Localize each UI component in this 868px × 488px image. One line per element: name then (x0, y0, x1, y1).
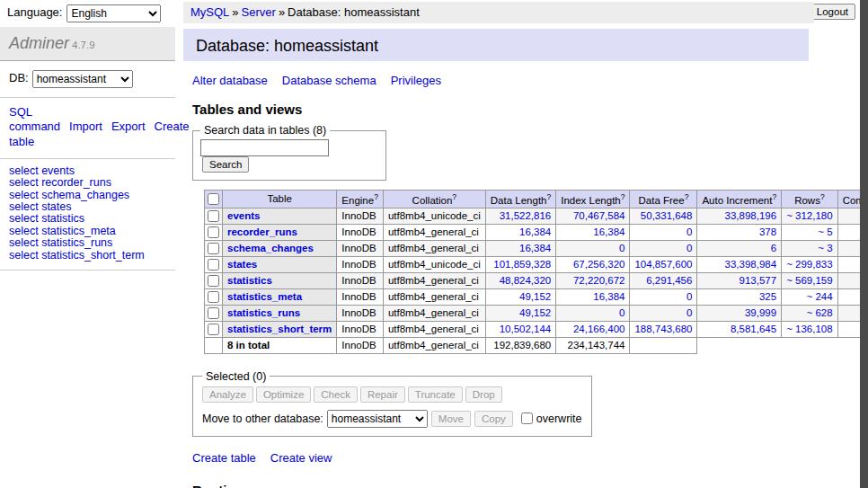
table-name-link[interactable]: statistics_short_term (227, 324, 332, 334)
data-length-link[interactable]: 16,384 (519, 243, 551, 253)
row-checkbox[interactable] (208, 243, 219, 254)
index-length-link[interactable]: 16,384 (593, 226, 624, 237)
index-length-link[interactable]: 67,256,320 (573, 259, 625, 270)
move-button[interactable]: Move (431, 411, 471, 427)
table-name-link[interactable]: states (227, 259, 257, 270)
create-link-create-view[interactable]: Create view (270, 451, 332, 465)
table-name-link[interactable]: schema_changes (227, 243, 314, 253)
create-link-create-table[interactable]: Create table (192, 451, 256, 465)
search-button[interactable]: Search (202, 156, 249, 173)
rows-count-link[interactable]: ~ 569,159 (786, 275, 832, 286)
doc-hint-icon[interactable]: ? (685, 192, 689, 201)
sidebar-table-link-select-statistics-runs[interactable]: select statistics_runs (9, 237, 175, 249)
row-checkbox[interactable] (208, 307, 219, 319)
drop-button[interactable]: Drop (465, 386, 502, 403)
data-free-link[interactable]: 0 (686, 243, 692, 253)
data-free-link[interactable]: 104,857,600 (634, 259, 692, 270)
auto-increment-link[interactable]: 378 (759, 226, 776, 237)
sidebar-table-link-select-recorder-runs[interactable]: select recorder_runs (9, 177, 175, 189)
scrollbar-thumb[interactable] (860, 0, 868, 488)
app-name-link[interactable]: Adminer (9, 34, 69, 52)
doc-hint-icon[interactable]: ? (772, 192, 776, 201)
db-select[interactable]: homeassistant (32, 70, 133, 88)
index-length-link[interactable]: 0 (619, 307, 624, 318)
overwrite-checkbox[interactable] (521, 413, 533, 424)
rows-count-link[interactable]: ~ 136,108 (786, 324, 832, 334)
move-db-select[interactable]: homeassistant (327, 410, 428, 428)
sidebar-table-link-select-statistics-meta[interactable]: select statistics_meta (9, 226, 175, 237)
analyze-button[interactable]: Analyze (202, 386, 253, 403)
sidebar-link-import[interactable]: Import (69, 120, 102, 133)
data-length-link[interactable]: 10,502,144 (500, 324, 552, 334)
search-input[interactable] (200, 139, 329, 156)
auto-increment-link[interactable]: 39,999 (745, 307, 776, 318)
data-free-link[interactable]: 0 (686, 226, 692, 237)
auto-increment-link[interactable]: 6 (771, 243, 776, 253)
index-length-link[interactable]: 72,220,672 (573, 275, 625, 286)
doc-hint-icon[interactable]: ? (546, 192, 551, 201)
doc-hint-icon[interactable]: ? (820, 192, 825, 201)
repair-button[interactable]: Repair (360, 386, 405, 403)
rows-count-link[interactable]: ~ 5 (818, 226, 832, 237)
index-length-link[interactable]: 24,166,400 (573, 324, 625, 334)
table-name-link[interactable]: statistics (227, 275, 272, 286)
table-name-link[interactable]: recorder_runs (227, 226, 297, 237)
auto-increment-link[interactable]: 325 (759, 291, 776, 302)
row-checkbox[interactable] (208, 259, 219, 271)
index-length-link[interactable]: 0 (619, 243, 624, 253)
data-length-link[interactable]: 49,152 (519, 307, 551, 318)
table-name-link[interactable]: events (227, 210, 260, 221)
data-length-link[interactable]: 101,859,328 (493, 259, 551, 270)
sidebar-table-link-select-events[interactable]: select events (9, 165, 175, 177)
action-link-alter-database[interactable]: Alter database (192, 74, 268, 87)
table-name-link[interactable]: statistics_meta (227, 291, 302, 302)
auto-increment-link[interactable]: 913,577 (740, 275, 777, 286)
breadcrumb-link-server[interactable]: Server (242, 5, 276, 19)
doc-hint-icon[interactable]: ? (374, 192, 378, 201)
auto-increment-link[interactable]: 8,581,645 (731, 324, 776, 334)
data-free-link[interactable]: 0 (686, 307, 692, 318)
row-checkbox[interactable] (208, 210, 219, 222)
truncate-button[interactable]: Truncate (408, 386, 463, 403)
sidebar-table-link-select-statistics-short-term[interactable]: select statistics_short_term (9, 250, 175, 262)
row-checkbox[interactable] (208, 291, 219, 303)
select-all-checkbox[interactable] (208, 193, 219, 205)
data-free-link[interactable]: 188,743,680 (634, 324, 692, 334)
data-length-link[interactable]: 31,522,816 (500, 210, 552, 221)
data-free-link[interactable]: 6,291,456 (646, 275, 692, 286)
rows-count-link[interactable]: ~ 312,180 (786, 210, 832, 221)
action-link-privileges[interactable]: Privileges (391, 74, 441, 87)
tables-table: TableEngine?Collation?Data Length?Index … (204, 190, 868, 354)
action-link-database-schema[interactable]: Database schema (282, 74, 376, 87)
rows-count-link[interactable]: ~ 3 (818, 243, 832, 253)
rows-count-link[interactable]: ~ 299,833 (786, 259, 832, 270)
sidebar-table-link-select-schema-changes[interactable]: select schema_changes (9, 190, 175, 201)
data-free-link[interactable]: 0 (686, 291, 692, 302)
copy-button[interactable]: Copy (474, 411, 513, 427)
table-name-link[interactable]: statistics_runs (227, 307, 300, 318)
check-button[interactable]: Check (314, 386, 358, 403)
data-length-link[interactable]: 49,152 (519, 291, 551, 302)
sidebar-link-sql-command[interactable]: SQL command (9, 105, 60, 133)
breadcrumb-link-mysql[interactable]: MySQL (190, 5, 229, 19)
index-length-link[interactable]: 70,467,584 (573, 210, 625, 221)
rows-count-link[interactable]: ~ 628 (807, 307, 833, 318)
data-length-link[interactable]: 16,384 (519, 226, 551, 237)
language-select[interactable]: English (66, 4, 161, 22)
data-free-link[interactable]: 50,331,648 (641, 210, 693, 221)
sidebar-link-export[interactable]: Export (111, 120, 146, 133)
data-length-link[interactable]: 48,824,320 (500, 275, 552, 286)
sidebar-table-link-select-statistics[interactable]: select statistics (9, 213, 175, 225)
scrollbar[interactable] (860, 0, 868, 488)
row-checkbox[interactable] (208, 275, 219, 287)
rows-count-link[interactable]: ~ 244 (807, 291, 833, 302)
auto-increment-link[interactable]: 33,898,196 (725, 210, 777, 221)
auto-increment-link[interactable]: 33,398,984 (725, 259, 777, 270)
index-length-link[interactable]: 16,384 (593, 291, 624, 302)
sidebar-table-link-select-states[interactable]: select states (9, 201, 175, 213)
doc-hint-icon[interactable]: ? (621, 192, 625, 201)
row-checkbox[interactable] (208, 226, 219, 238)
optimize-button[interactable]: Optimize (256, 386, 311, 403)
doc-hint-icon[interactable]: ? (452, 192, 456, 201)
row-checkbox[interactable] (208, 324, 219, 335)
